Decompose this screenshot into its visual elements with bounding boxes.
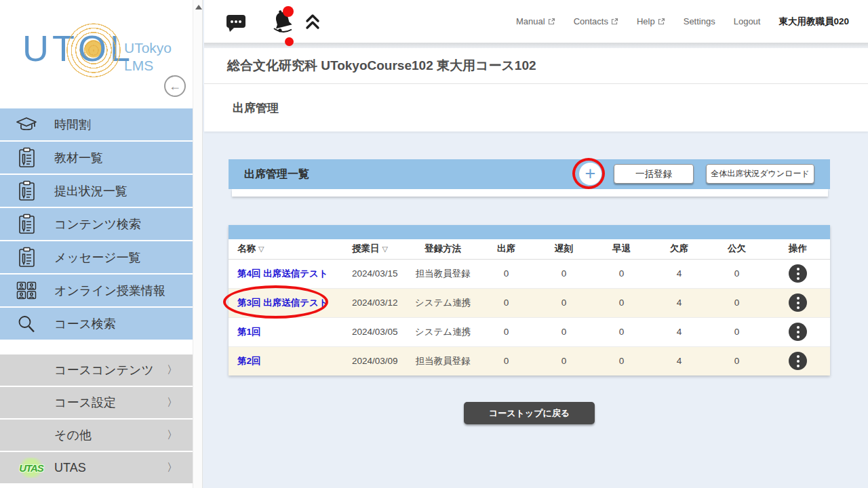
logo-subtitle: UTokyo LMS (124, 39, 172, 75)
header-absent: 欠席 (650, 239, 708, 259)
sidebar-group-course-contents[interactable]: コースコンテンツ 〉 (0, 354, 193, 386)
chevron-right-icon: 〉 (167, 363, 178, 378)
header-early-leave: 早退 (593, 239, 650, 259)
present-count: 0 (477, 259, 535, 288)
clipboard-icon (15, 147, 38, 169)
sidebar-scrollbar[interactable] (193, 0, 203, 488)
header-actions: 操作 (766, 239, 830, 259)
absent-count: 4 (650, 317, 708, 346)
plus-icon: + (585, 163, 596, 184)
table-row: 第4回 出席送信テスト 2024/03/15 担当教員登録 0 0 0 4 0 (229, 259, 830, 288)
sidebar-item-materials[interactable]: 教材一覧 (0, 142, 193, 174)
panel-title: 出席管理一覧 (244, 167, 309, 182)
logo-subtitle-line2: LMS (124, 57, 172, 75)
header-present: 出席 (477, 239, 535, 259)
early-leave-count: 0 (593, 346, 650, 375)
add-attendance-button[interactable]: + (579, 163, 601, 185)
panel-body (232, 189, 828, 197)
table-row: 第2回 2024/03/09 担当教員登録 0 0 0 4 0 (229, 346, 830, 375)
notification-bell-icon[interactable] (271, 8, 295, 35)
manual-link[interactable]: Manual (516, 16, 555, 26)
sidebar: UTOL UTokyo LMS ← 時間割 教材一覧 提出状況一覧 コンテンツ検… (0, 0, 193, 488)
sidebar-group-label: コースコンテンツ (54, 362, 154, 378)
table-header-row: 名称▽ 授業日▽ 登録方法 出席 遅刻 早退 欠席 公欠 操作 (229, 239, 830, 259)
message-bubble-icon[interactable] (226, 15, 245, 28)
attendance-panel-header: 出席管理一覧 + 一括登録 全体出席状況ダウンロード (229, 159, 830, 189)
absent-count: 4 (650, 259, 708, 288)
logo-o-with-rings: O (78, 27, 110, 69)
class-date: 2024/03/09 (344, 346, 408, 375)
header-class-date-sortable[interactable]: 授業日▽ (344, 239, 408, 259)
sidebar-item-label: コース検索 (54, 316, 116, 332)
kebab-menu-icon[interactable] (789, 352, 807, 370)
registration-method: システム連携 (408, 317, 477, 346)
late-count: 0 (535, 288, 593, 317)
settings-link[interactable]: Settings (684, 16, 715, 26)
utas-logo-icon: UTAS (18, 458, 45, 478)
page-title: 出席管理 (233, 100, 279, 116)
header-label: 授業日 (352, 243, 380, 253)
help-link[interactable]: Help (637, 16, 665, 26)
sidebar-item-online-class-info[interactable]: オンライン授業情報 (0, 274, 193, 306)
manual-label: Manual (516, 16, 545, 26)
kebab-menu-icon[interactable] (789, 323, 807, 341)
logo-text-o: O (78, 28, 110, 68)
attendance-table: 名称▽ 授業日▽ 登録方法 出席 遅刻 早退 欠席 公欠 操作 第4回 出席送信… (229, 239, 830, 375)
contacts-link[interactable]: Contacts (574, 16, 618, 26)
bulk-register-button[interactable]: 一括登録 (614, 164, 694, 184)
sidebar-item-label: 提出状況一覧 (54, 183, 127, 199)
sidebar-group-course-settings[interactable]: コース設定 〉 (0, 387, 193, 418)
scroll-up-arrow-icon[interactable] (195, 5, 202, 9)
clipboard-icon (15, 214, 38, 235)
logo-text-ut: UT (22, 28, 78, 68)
present-count: 0 (477, 288, 535, 317)
logo-subtitle-line1: UTokyo (124, 39, 172, 57)
sidebar-item-submission-status[interactable]: 提出状況一覧 (0, 175, 193, 207)
kebab-menu-icon[interactable] (789, 264, 807, 283)
utas-logo-text: UTAS (19, 462, 43, 474)
logout-link[interactable]: Logout (734, 16, 761, 26)
absent-count: 4 (650, 288, 708, 317)
header-excused-absence: 公欠 (708, 239, 766, 259)
back-to-course-top-button[interactable]: コーストップに戻る (464, 402, 595, 424)
kebab-menu-icon[interactable] (789, 293, 807, 312)
sidebar-group-label: コース設定 (54, 394, 116, 411)
logo-block: UTOL UTokyo LMS ← (0, 0, 193, 108)
attendance-record-link[interactable]: 第3回 出席送信テスト (237, 298, 328, 308)
sidebar-item-timetable[interactable]: 時間割 (0, 108, 193, 140)
sidebar-group-utas[interactable]: UTAS UTAS 〉 (0, 452, 193, 483)
sidebar-group-label: その他 (54, 427, 92, 443)
sidebar-item-messages[interactable]: メッセージ一覧 (0, 241, 193, 273)
sidebar-item-content-search[interactable]: コンテンツ検索 (0, 208, 193, 240)
sidebar-item-label: メッセージ一覧 (54, 249, 141, 266)
header-late: 遅刻 (535, 239, 593, 259)
sidebar-item-course-search[interactable]: コース検索 (0, 308, 193, 340)
external-link-icon (548, 18, 555, 25)
contacts-label: Contacts (574, 16, 608, 26)
sidebar-item-label: 教材一覧 (54, 150, 103, 166)
attendance-record-link[interactable]: 第1回 (237, 327, 261, 337)
download-all-attendance-button[interactable]: 全体出席状況ダウンロード (706, 164, 814, 184)
sidebar-group-others[interactable]: その他 〉 (0, 420, 193, 451)
main-topbar: Manual Contacts Help Settings Logout 東大用… (204, 0, 868, 43)
header-name-sortable[interactable]: 名称▽ (229, 239, 344, 259)
video-meeting-icon (15, 280, 38, 302)
sort-down-icon: ▽ (382, 245, 388, 253)
sidebar-collapse-button[interactable]: ← (164, 75, 186, 97)
attendance-record-link[interactable]: 第4回 出席送信テスト (237, 268, 328, 279)
excused-count: 0 (708, 288, 766, 317)
attendance-record-link[interactable]: 第2回 (237, 356, 261, 366)
sidebar-group-label: UTAS (54, 461, 86, 475)
topbar-shadow (204, 43, 868, 48)
early-leave-count: 0 (593, 317, 650, 346)
help-label: Help (637, 16, 655, 26)
graduation-cap-icon (15, 114, 38, 136)
table-row: 第3回 出席送信テスト 2024/03/12 システム連携 0 0 0 4 0 (229, 288, 830, 317)
excused-count: 0 (708, 259, 766, 288)
main-area: Manual Contacts Help Settings Logout 東大用… (204, 0, 868, 488)
course-header: 総合文化研究科 UTokyoCourse102 東大用コース102 (204, 48, 868, 84)
collapse-topbar-icon[interactable] (304, 12, 321, 30)
search-icon (15, 313, 38, 335)
excused-count: 0 (708, 346, 766, 375)
absent-count: 4 (650, 346, 708, 375)
